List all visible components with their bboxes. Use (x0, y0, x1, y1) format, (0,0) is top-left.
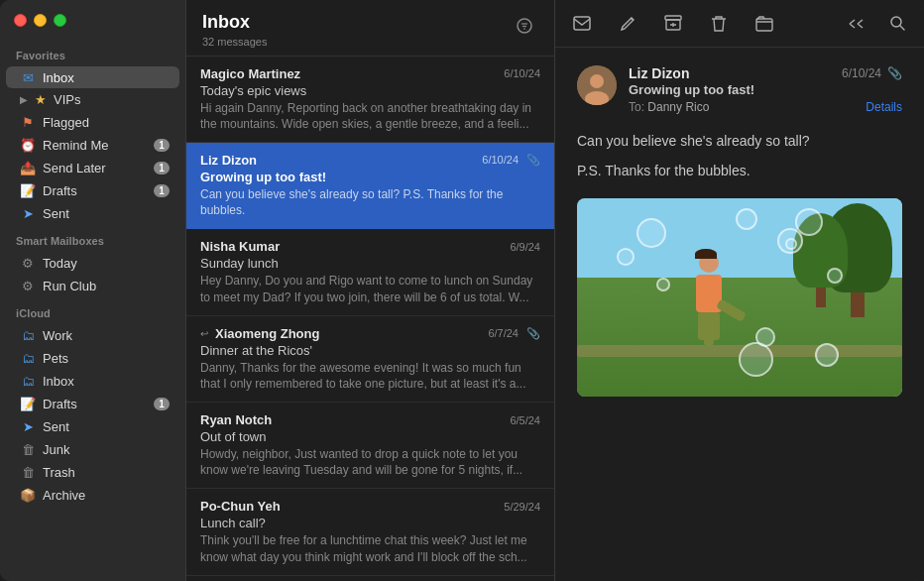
sidebar-item-sent[interactable]: ➤ Sent (6, 202, 179, 224)
sidebar-flagged-label: Flagged (43, 115, 170, 130)
sidebar-item-run-club[interactable]: ⚙ Run Club (6, 275, 179, 296)
to-label: To: (629, 100, 644, 114)
details-link[interactable]: Details (866, 100, 902, 114)
message-date: 6/7/24 (488, 327, 519, 339)
bubble-7 (755, 327, 775, 347)
inbox-icon: ✉ (20, 69, 36, 85)
sidebar-item-inbox[interactable]: ✉ Inbox (6, 66, 179, 88)
minimize-button[interactable] (34, 14, 47, 27)
sidebar-item-remind-me[interactable]: ⏰ Remind Me 1 (6, 134, 179, 156)
bubble-2 (736, 208, 757, 230)
new-message-button[interactable] (567, 9, 597, 39)
sidebar-pets-label: Pets (43, 351, 170, 366)
sidebar-item-junk[interactable]: 🗑 Junk (6, 438, 179, 460)
email-from-row: Liz Dizon 6/10/24 📎 (629, 65, 902, 81)
message-item-selected[interactable]: Liz Dizon 6/10/24 📎 Growing up too fast!… (186, 143, 554, 229)
email-to-row: To: Danny Rico Details (629, 100, 902, 114)
message-item-header: ↩ Xiaomeng Zhong 6/7/24 📎 (200, 326, 540, 341)
email-from-name: Liz Dizon (629, 65, 689, 81)
inbox-icloud-icon: 🗂 (20, 373, 36, 389)
sidebar-junk-label: Junk (43, 442, 170, 457)
email-attachment-icon: 📎 (887, 66, 902, 80)
close-button[interactable] (14, 14, 27, 27)
message-item[interactable]: ↩ Xiaomeng Zhong 6/7/24 📎 Dinner at the … (186, 316, 554, 403)
bubble-9 (827, 268, 843, 284)
message-sender: Liz Dizon (200, 153, 257, 168)
compose-button[interactable] (613, 9, 642, 39)
message-subject: Growing up too fast! (200, 170, 540, 184)
sent-icloud-icon: ➤ (20, 418, 36, 434)
sidebar-item-flagged[interactable]: ⚑ Flagged (6, 111, 179, 133)
favorites-label: Favorites (0, 40, 185, 65)
sidebar: Favorites ✉ Inbox ▶ ★ VIPs ⚑ Flagged ⏰ R… (0, 0, 186, 581)
reading-pane: Liz Dizon 6/10/24 📎 Growing up too fast!… (555, 0, 924, 581)
sidebar-item-today[interactable]: ⚙ Today (6, 252, 179, 274)
message-date: 6/10/24 (482, 154, 519, 166)
sidebar-item-vips[interactable]: ▶ ★ VIPs (6, 89, 179, 110)
sidebar-item-work[interactable]: 🗂 Work (6, 324, 179, 346)
archive-button[interactable] (658, 9, 688, 39)
move-button[interactable] (750, 9, 779, 39)
work-folder-icon: 🗂 (20, 327, 36, 343)
delete-button[interactable] (704, 9, 734, 39)
search-button[interactable] (882, 9, 912, 39)
sidebar-item-sent-icloud[interactable]: ➤ Sent (6, 415, 179, 437)
sidebar-sent-label: Sent (43, 206, 170, 221)
message-item-header: Liz Dizon 6/10/24 📎 (200, 153, 540, 168)
svg-rect-7 (756, 19, 772, 31)
message-preview: Howdy, neighbor, Just wanted to drop a q… (200, 446, 540, 478)
message-sender: Ryan Notch (200, 412, 272, 427)
sidebar-inbox-icloud-label: Inbox (43, 374, 170, 389)
sidebar-item-drafts[interactable]: 📝 Drafts 1 (6, 179, 179, 201)
message-preview: Think you'll be free for a lunchtime cha… (200, 532, 540, 564)
message-list-panel: Inbox 32 messages Magico Martinez 6/10/2… (186, 0, 555, 581)
message-list-title: Inbox (202, 12, 267, 34)
message-date: 6/10/24 (504, 67, 540, 79)
more-button[interactable] (839, 9, 868, 39)
sidebar-run-club-label: Run Club (43, 279, 170, 293)
sidebar-item-archive[interactable]: 📦 Archive (6, 484, 179, 506)
filter-icon[interactable] (511, 12, 538, 40)
message-list-title-block: Inbox 32 messages (202, 12, 267, 48)
message-item[interactable]: Graham McBride 5/22/24 Book Club Are you… (186, 576, 554, 581)
message-preview: Hi again Danny, Reporting back on anothe… (200, 100, 540, 132)
sidebar-item-trash[interactable]: 🗑 Trash (6, 461, 179, 483)
email-image (577, 198, 902, 397)
chevron-icon: ▶ (20, 94, 28, 105)
message-item-header: Nisha Kumar 6/9/24 (200, 239, 540, 254)
message-preview: Can you believe she's already so tall? P… (200, 186, 540, 218)
message-item-header: Po-Chun Yeh 5/29/24 (200, 499, 540, 514)
message-date: 5/29/24 (504, 501, 540, 513)
sidebar-archive-label: Archive (43, 488, 170, 503)
email-body: Can you believe she's already so tall? P… (577, 130, 902, 182)
send-later-icon: 📤 (20, 160, 36, 175)
sidebar-item-pets[interactable]: 🗂 Pets (6, 347, 179, 369)
sidebar-sent-icloud-label: Sent (43, 419, 170, 434)
sidebar-item-inbox-icloud[interactable]: 🗂 Inbox (6, 370, 179, 392)
bubble-6 (739, 342, 773, 377)
attachment-icon: 📎 (526, 154, 540, 167)
message-item[interactable]: Nisha Kumar 6/9/24 Sunday lunch Hey Dann… (186, 229, 554, 315)
message-subject: Today's epic views (200, 83, 540, 98)
maximize-button[interactable] (54, 14, 66, 27)
icloud-label: iCloud (0, 297, 185, 323)
message-subject: Out of town (200, 429, 540, 444)
message-list-scroll[interactable]: Magico Martinez 6/10/24 Today's epic vie… (186, 57, 554, 581)
message-item[interactable]: Magico Martinez 6/10/24 Today's epic vie… (186, 57, 554, 143)
toolbar-right (839, 9, 912, 39)
sidebar-item-drafts-icloud[interactable]: 📝 Drafts 1 (6, 393, 179, 414)
message-sender: Magico Martinez (200, 66, 300, 81)
sidebar-drafts-label: Drafts (43, 183, 147, 198)
message-item[interactable]: Ryan Notch 6/5/24 Out of town Howdy, nei… (186, 403, 554, 489)
svg-line-9 (900, 26, 904, 30)
sidebar-item-send-later[interactable]: 📤 Send Later 1 (6, 157, 179, 178)
email-date: 6/10/24 (842, 66, 881, 80)
sidebar-drafts-icloud-label: Drafts (43, 397, 147, 411)
sidebar-today-label: Today (43, 256, 170, 271)
bubble-10 (815, 343, 839, 367)
drafts-badge: 1 (154, 184, 170, 197)
reading-content[interactable]: Liz Dizon 6/10/24 📎 Growing up too fast!… (555, 48, 924, 581)
message-preview: Danny, Thanks for the awesome evening! I… (200, 360, 540, 392)
vips-icon: ★ (35, 92, 47, 107)
message-item[interactable]: Po-Chun Yeh 5/29/24 Lunch call? Think yo… (186, 489, 554, 575)
